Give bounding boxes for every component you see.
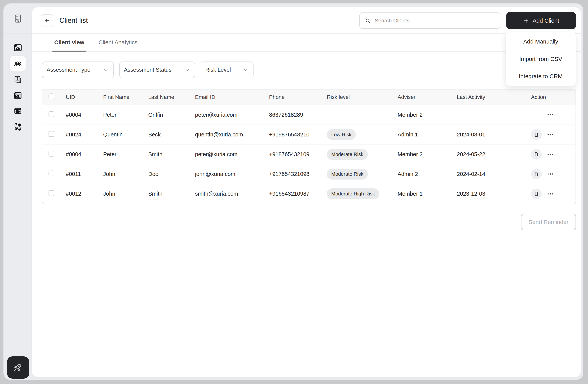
cell-uid: #0004 <box>57 112 94 118</box>
chevron-down-icon <box>243 67 249 73</box>
assessments-icon <box>13 75 22 84</box>
search-box <box>359 12 500 29</box>
tab-client-view[interactable]: Client view <box>52 34 86 51</box>
sidebar-item-assessments[interactable] <box>3 75 32 84</box>
cell-first-name: John <box>94 191 139 197</box>
row-checkbox[interactable] <box>48 111 54 117</box>
cell-first-name: John <box>94 171 139 177</box>
cell-email: peter@xuria.com <box>186 151 260 157</box>
sidebar-item-dashboard[interactable] <box>3 43 32 52</box>
row-menu-button[interactable] <box>547 112 554 117</box>
row-menu-button[interactable] <box>547 172 554 176</box>
send-reminder-button[interactable]: Send Reminder <box>521 214 576 230</box>
cell-adviser: Member 2 <box>389 151 448 157</box>
add-client-button[interactable]: Add Client <box>506 12 576 29</box>
cell-phone: 86372618289 <box>260 112 318 118</box>
main-panel: Client list Add Client Add Manually Impo… <box>32 7 581 377</box>
table-row: #0004 Peter Smith peter@xuria.com +91876… <box>42 144 576 164</box>
cell-last-activity: 2024-02-14 <box>448 171 518 177</box>
row-checkbox[interactable] <box>48 171 54 176</box>
file-icon <box>534 152 539 157</box>
cell-last-activity: 2024-05-22 <box>448 151 518 157</box>
column-header-phone: Phone <box>260 94 318 100</box>
row-menu-button[interactable] <box>547 192 554 196</box>
menu-item-import-from-csv[interactable]: Import from CSV <box>506 51 576 67</box>
file-icon <box>534 172 539 177</box>
app-window: Client list Add Client Add Manually Impo… <box>3 3 583 380</box>
filter-assessment-status[interactable]: Assessment Status <box>119 61 195 78</box>
cell-uid: #0004 <box>57 151 94 157</box>
file-icon <box>534 132 539 137</box>
cell-last-name: Smith <box>139 191 186 197</box>
dashboard-icon <box>13 43 22 52</box>
cell-last-activity: 2024-03-01 <box>448 132 518 138</box>
menu-item-add-manually[interactable]: Add Manually <box>506 34 576 50</box>
plus-icon <box>523 18 529 24</box>
file-icon <box>534 191 539 196</box>
sidebar-logo[interactable] <box>3 3 32 34</box>
risk-badge: Moderate Risk <box>327 149 368 160</box>
chevron-down-icon <box>184 67 190 73</box>
cell-phone: +916543210987 <box>260 191 318 197</box>
cell-email: quentin@xuria.com <box>186 132 260 138</box>
risk-badge: Moderate Risk <box>327 169 368 180</box>
search-input[interactable] <box>375 18 495 24</box>
table-row: #0024 Quentin Beck quentin@xuria.com +91… <box>42 125 576 144</box>
row-menu-button[interactable] <box>547 152 554 157</box>
row-checkbox[interactable] <box>48 190 54 196</box>
add-client-label: Add Client <box>533 18 559 24</box>
cell-last-name: Beck <box>139 132 186 138</box>
tab-client-analytics[interactable]: Client Analytics <box>96 34 140 51</box>
sidebar-rocket-button[interactable] <box>7 356 29 379</box>
report-file-button[interactable] <box>531 149 542 160</box>
column-header-adviser: Adviser <box>389 94 448 100</box>
cell-phone: +917654321098 <box>260 171 318 177</box>
risk-badge: Moderate High Risk <box>327 188 379 199</box>
table-row: #0004 Peter Griffin peter@xuria.com 8637… <box>42 105 576 125</box>
report-file-button[interactable] <box>531 129 542 140</box>
menu-item-integrate-to-crm[interactable]: Integrate to CRM <box>506 68 576 84</box>
row-checkbox[interactable] <box>48 131 54 137</box>
report-file-button[interactable] <box>531 169 542 179</box>
chevron-down-icon <box>103 67 109 73</box>
sidebar-item-templates[interactable] <box>3 91 32 100</box>
templates-icon <box>13 91 22 100</box>
cell-first-name: Peter <box>94 112 139 118</box>
select-all-checkbox[interactable] <box>48 94 54 99</box>
sidebar-item-automation[interactable] <box>3 122 32 131</box>
tab-bar: Client view Client Analytics <box>32 34 581 52</box>
report-file-button[interactable] <box>531 189 542 199</box>
cell-uid: #0011 <box>57 171 94 177</box>
filter-risk-level[interactable]: Risk Level <box>201 61 253 78</box>
clients-table: UID First Name Last Name Email ID Phone … <box>42 89 576 204</box>
cell-adviser: Admin 2 <box>389 171 448 177</box>
arrow-left-icon <box>44 17 50 24</box>
cell-first-name: Peter <box>94 151 139 157</box>
building-icon <box>13 14 23 23</box>
cell-email: john@xuria.com <box>186 171 260 177</box>
cell-first-name: Quentin <box>94 132 139 138</box>
cell-adviser: Member 2 <box>389 112 448 118</box>
table-row: #0011 John Doe john@xuria.com +917654321… <box>42 164 576 184</box>
risk-badge: Low Risk <box>327 129 356 140</box>
row-menu-button[interactable] <box>547 132 554 137</box>
cell-phone: +918765432109 <box>260 151 318 157</box>
sidebar-item-clients[interactable] <box>10 56 26 72</box>
row-checkbox[interactable] <box>48 151 54 156</box>
table-row: #0012 John Smith smith@xuria.com +916543… <box>42 184 576 204</box>
column-header-first-name: First Name <box>94 94 139 100</box>
column-header-uid: UID <box>57 94 94 100</box>
cell-uid: #0024 <box>57 132 94 138</box>
messages-icon <box>13 106 22 115</box>
cell-email: peter@xuria.com <box>186 112 260 118</box>
sidebar-item-messages[interactable] <box>3 107 32 115</box>
rocket-icon <box>13 362 23 373</box>
cell-adviser: Admin 1 <box>389 132 448 138</box>
filter-assessment-type[interactable]: Assessment Type <box>42 61 114 78</box>
back-button[interactable] <box>41 14 53 26</box>
cell-phone: +919876543210 <box>260 132 318 138</box>
page-title: Client list <box>60 7 88 34</box>
clients-icon <box>13 59 22 68</box>
column-header-last-name: Last Name <box>139 94 186 100</box>
filter-assessment-status-label: Assessment Status <box>124 67 171 73</box>
